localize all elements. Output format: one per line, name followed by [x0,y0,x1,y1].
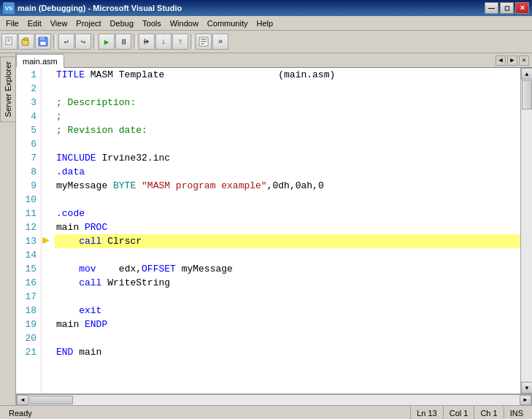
window-title: main (Debugging) - Microsoft Visual Stud… [18,4,182,12]
line-num-20: 20 [16,331,41,345]
title-bar-left: VS main (Debugging) - Microsoft Visual S… [3,2,182,14]
line-num-13: 13 [16,234,41,248]
toolbar-area: ↩ ↪ ▶ ⏸ ↓ ↑ » [0,31,532,53]
step-over-button[interactable] [139,34,155,50]
code-line-14 [55,248,520,262]
restore-button[interactable]: ◻ [500,2,514,14]
scroll-thumb[interactable] [522,80,532,109]
undo-button[interactable]: ↩ [58,34,74,50]
code-line-6 [55,137,520,151]
start-debug-button[interactable]: ▶ [99,34,115,50]
svg-rect-3 [7,39,10,39]
code-line-10 [55,193,520,207]
menu-debug[interactable]: Debug [106,16,138,30]
code-line-17 [55,290,520,304]
line-num-12: 12 [16,220,41,234]
menu-bar: File Edit View Project Debug Tools Windo… [0,16,532,31]
code-line-3: ; Description: [55,96,520,109]
svg-rect-9 [40,37,45,40]
svg-rect-12 [201,39,207,40]
pause-button[interactable]: ⏸ [115,34,131,50]
line-num-7: 7 [16,151,41,165]
tab-scroll-right[interactable]: ▶ [507,55,517,66]
line-num-8: 8 [16,165,41,179]
code-content[interactable]: TITLE MASM Template (main.asm) ; Descrip… [55,68,520,393]
new-project-button[interactable] [1,34,18,50]
close-button[interactable]: ✕ [515,2,529,14]
code-line-16: call WriteString [55,276,520,290]
debug-arrow-col: ► [42,68,55,393]
code-line-7: INCLUDE Irvine32.inc [55,151,520,165]
code-line-11: .code [55,207,520,220]
minimize-button[interactable]: — [485,2,498,14]
left-sidebar: Server Explorer [0,53,16,405]
h-scrollbar-area: ◀ ▶ [16,393,532,405]
status-ch: Ch 1 [474,406,504,419]
tab-main-asm[interactable]: main.asm [16,54,64,68]
menu-help[interactable]: Help [252,16,277,30]
code-line-5: ; Revision date: [55,123,520,137]
status-col: Col 1 [444,406,475,419]
status-ready: Ready [3,406,411,419]
status-bar: Ready Ln 13 Col 1 Ch 1 INS [0,405,532,419]
menu-window[interactable]: Window [166,16,203,30]
h-scroll-left-button[interactable]: ◀ [17,395,28,405]
code-line-2 [55,82,520,96]
server-explorer-tab[interactable]: Server Explorer [0,56,16,122]
menu-edit[interactable]: Edit [23,16,46,30]
svg-rect-10 [40,42,46,45]
redo-button[interactable]: ↪ [75,34,91,50]
menu-file[interactable]: File [1,16,23,30]
save-button[interactable] [35,34,51,50]
line-num-14: 14 [16,248,41,262]
line-numbers: 1 2 3 4 5 6 7 8 9 10 11 12 13 14 15 16 1… [16,68,42,393]
h-scroll-track[interactable] [28,395,520,405]
separator-3 [134,34,136,49]
code-line-20 [55,331,520,345]
step-into-button[interactable]: ↓ [155,34,171,50]
menu-view[interactable]: View [46,16,72,30]
scroll-up-button[interactable]: ▲ [521,68,532,80]
line-num-1: 1 [16,68,41,82]
line-num-9: 9 [16,179,41,193]
v-scrollbar: ▲ ▼ [520,68,532,393]
code-line-13: call Clrscr [55,234,520,248]
h-scrollbar: ◀ ▶ [16,394,532,405]
line-num-2: 2 [16,82,41,96]
tab-label: main.asm [23,57,58,66]
line-num-5: 5 [16,123,41,137]
editor-container: main.asm ◀ ▶ ✕ 1 2 3 4 5 6 7 8 9 10 1 [16,53,532,405]
line-num-19: 19 [16,318,41,331]
menu-tools[interactable]: Tools [138,16,166,30]
menu-community[interactable]: Community [203,16,252,30]
line-num-3: 3 [16,96,41,109]
code-line-9: myMessage BYTE "MASM program example",0d… [55,179,520,193]
more-button[interactable]: » [212,34,228,50]
separator-4 [190,34,193,49]
code-line-12: main PROC [55,220,520,234]
h-scroll-right-button[interactable]: ▶ [520,395,531,405]
line-num-18: 18 [16,304,41,318]
code-line-15: mov edx,OFFSET myMessage [55,262,520,276]
svg-text:VS: VS [5,5,13,12]
svg-rect-14 [201,43,204,45]
tab-scroll-left[interactable]: ◀ [496,55,506,66]
open-file-button[interactable] [18,34,34,50]
main-area: Server Explorer main.asm ◀ ▶ ✕ 1 2 3 4 5… [0,53,532,405]
scroll-track[interactable] [521,80,532,382]
code-line-18: exit [55,304,520,318]
menu-project[interactable]: Project [72,16,105,30]
toolbar: ↩ ↪ ▶ ⏸ ↓ ↑ » [0,32,532,51]
line-num-16: 16 [16,276,41,290]
tab-close[interactable]: ✕ [519,55,529,66]
svg-rect-5 [7,42,9,42]
code-line-21: END main [55,345,520,359]
status-ins: INS [504,406,529,419]
properties-button[interactable] [196,34,212,50]
scroll-down-button[interactable]: ▼ [521,382,532,393]
line-num-21: 21 [16,345,41,359]
status-line: Ln 13 [411,406,444,419]
h-scroll-thumb[interactable] [29,396,73,404]
step-out-button[interactable]: ↑ [172,34,188,50]
code-line-4: ; [55,109,520,123]
